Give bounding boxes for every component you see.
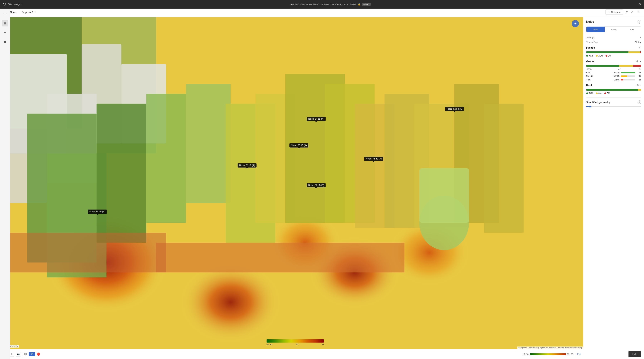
ground-row-gt65: > 65 19548 15 (586, 78, 641, 81)
ground-title: Ground (586, 60, 595, 63)
facade-percentage-row: 77% 21% 3% (586, 54, 641, 57)
svg-point-4 (181, 263, 280, 342)
noise-help-icon[interactable]: ? (638, 20, 641, 23)
settings-label: Settings (586, 36, 595, 39)
roof-percentage-row: 94% 6% 0% (586, 92, 641, 95)
noise-tabs: Total Road Rail (586, 26, 641, 32)
app-title: Site design (8, 3, 20, 6)
edit-btn[interactable]: Edit (577, 353, 581, 356)
map-attribution: © Mapbox © OpenStreetMap Improve this ma… (517, 347, 583, 349)
time-of-day-row: Time of Day All day (586, 41, 641, 43)
range-55-65: 55 - 65 (586, 75, 595, 77)
proposal-name: Proposal 1 (22, 11, 34, 13)
bottom-scale-bar (530, 353, 566, 355)
simplified-geometry-title: Simplified geometry (586, 101, 610, 104)
roof-expand-icon[interactable]: › (640, 84, 641, 86)
ground-table-header: dB(A) m² % (586, 68, 641, 70)
ground-section-header: Ground 👁 ▾ (586, 60, 641, 63)
svg-rect-17 (186, 84, 230, 203)
compare-button[interactable]: → Compare (605, 9, 623, 15)
roof-yellow-pct: 6% (596, 92, 602, 95)
help-button[interactable]: Help (628, 351, 641, 357)
bottom-right-panel: Help (583, 349, 644, 359)
left-sidebar: ☰ ⊞ ✦ ⬟ (0, 8, 10, 359)
bottom-strip: 👁 📷 2D 3D 🔴 dB (A) 55 65 Edit (7, 349, 583, 359)
simplified-geometry-slider-track (586, 106, 641, 107)
tab-road[interactable]: Road (605, 27, 623, 32)
settings-top-icon[interactable]: ⚙ (638, 2, 641, 6)
col-header-db: dB(A) (586, 68, 596, 70)
facade-section-header: Facade 👁 (586, 46, 641, 49)
facade-icons: 👁 (639, 46, 641, 49)
roof-section-header: Roof 👁 › (586, 84, 641, 87)
top-bar-right: ⚙ (638, 2, 641, 6)
facade-eye-icon[interactable]: 👁 (639, 46, 641, 49)
proposal-arrow: ▾ (34, 11, 36, 13)
scale-label-left: dB (A) (266, 343, 272, 346)
panel-header: Noise | Proposal 1 ▾ → Compare ⬆ ⤢ × (7, 7, 644, 17)
sidebar-tools-icon[interactable]: ✦ (2, 29, 8, 36)
proposal-dropdown[interactable]: Proposal 1 ▾ (22, 11, 36, 13)
compare-icon: → (608, 11, 610, 13)
navigation-button[interactable]: ✦ (572, 20, 579, 27)
pct-gt65: 15 (637, 78, 641, 81)
right-panel: Noise ? Total Road Rail Settings ≡ Time … (583, 17, 644, 359)
ground-icons: 👁 ▾ (636, 60, 641, 63)
ground-data-table: dB(A) m² % < 55 51975 41 55 - 65 56025 (586, 68, 641, 81)
sidebar-menu-icon[interactable]: ☰ (2, 11, 8, 17)
svg-rect-15 (96, 104, 146, 243)
value-gt65: 19548 (595, 78, 621, 81)
3d-scene[interactable] (7, 17, 583, 349)
facade-red-dot (606, 55, 607, 57)
roof-red-dot (604, 92, 606, 94)
sidebar-shape-icon[interactable]: ⬟ (2, 39, 8, 45)
svg-rect-29 (156, 243, 404, 273)
svg-rect-28 (419, 168, 469, 223)
value-lt55: 51975 (595, 71, 621, 74)
map-area[interactable]: Noise: 88 dB (A) Noise: 80 dB (A) Noise:… (7, 17, 583, 349)
address-bar: 405 East 42nd Street, New York, New York… (22, 3, 638, 6)
app-logo: ⬡ (3, 2, 6, 6)
bar-gt65 (621, 79, 635, 80)
col-header-m2: m² (596, 68, 622, 70)
map-svg (7, 17, 583, 349)
camera-ctrl-btn[interactable]: 📷 (16, 352, 21, 357)
col-header-pct: % (636, 68, 641, 70)
demo-badge: DEMO (362, 3, 371, 6)
svg-rect-26 (484, 104, 524, 233)
facade-red-pct: 3% (606, 54, 611, 57)
scale-labels: dB (A) 55 65 (266, 343, 324, 346)
settings-adjust-icon[interactable]: ≡ (640, 36, 641, 39)
sidebar-layers-icon[interactable]: ⊞ (2, 20, 8, 26)
view-mode-toggle: 2D 3D (22, 352, 35, 356)
ground-eye-icon[interactable]: 👁 (636, 60, 639, 63)
tab-total[interactable]: Total (586, 27, 605, 32)
roof-gradient-bar (586, 89, 641, 91)
roof-eye-icon[interactable]: 👁 (636, 84, 639, 87)
facade-yellow-pct: 21% (596, 54, 603, 57)
simplified-help-icon[interactable]: ? (638, 100, 641, 104)
mode-2d-btn[interactable]: 2D (22, 352, 28, 356)
time-of-day-value: All day (635, 41, 641, 43)
bar-55-65 (621, 75, 635, 77)
range-gt65: > 65 (586, 78, 595, 81)
simplified-geometry-section: Simplified geometry ? (586, 97, 641, 107)
app-title-section[interactable]: Site design ▾ (8, 3, 22, 6)
scale-65-label: 65 (571, 353, 573, 355)
close-button[interactable]: × (636, 10, 641, 15)
eye-ctrl-btn[interactable]: 👁 (9, 352, 14, 357)
bar-lt55 (621, 72, 635, 73)
expand-icon[interactable]: ⤢ (631, 10, 633, 14)
tab-rail[interactable]: Rail (623, 27, 641, 32)
roof-yellow-dot (596, 92, 598, 94)
share-icon[interactable]: ⬆ (626, 10, 628, 14)
mode-3d-btn[interactable]: 3D (28, 352, 35, 356)
value-55-65: 56025 (595, 75, 621, 77)
pct-55-65: 44 (637, 75, 641, 77)
panel-header-right: → Compare ⬆ ⤢ × (605, 9, 641, 15)
ground-expand-icon[interactable]: ▾ (640, 60, 641, 62)
simplified-geometry-header: Simplified geometry ? (586, 100, 641, 104)
roof-green-dot (586, 92, 588, 94)
ground-row-55-65: 55 - 65 56025 44 (586, 75, 641, 77)
panel-label: Noise (10, 11, 16, 13)
